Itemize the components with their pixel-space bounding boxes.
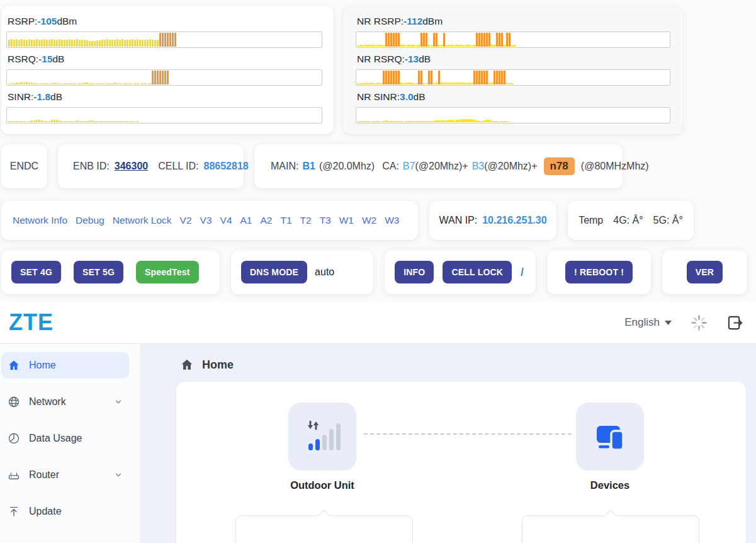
devices-label: Devices	[590, 479, 629, 491]
link-v4[interactable]: V4	[220, 215, 232, 226]
connection-dashed-line	[364, 433, 572, 435]
enb-id-label: ENB ID:	[73, 161, 110, 172]
lte-rsrq-label: RSRQ:-15dB	[8, 54, 322, 65]
ca1-bandwidth: (@20Mhz)+	[415, 161, 468, 171]
cell-lock-status: /	[521, 266, 524, 279]
link-t1[interactable]: T1	[280, 215, 291, 226]
cell-id-value: 88652818	[204, 161, 249, 172]
data-usage-icon	[8, 432, 20, 445]
lte-rsrq-value: -15	[38, 54, 52, 64]
lte-sinr-sparkline	[6, 107, 322, 123]
info-button[interactable]: INFO	[395, 261, 434, 283]
ca2-band: B3	[472, 161, 485, 171]
set-4g-button[interactable]: SET 4G	[11, 261, 61, 283]
chevron-down-icon	[114, 397, 123, 406]
outdoor-unit-tile	[288, 403, 356, 471]
outdoor-unit-tooltip	[235, 515, 413, 543]
version-button[interactable]: VER	[687, 261, 723, 283]
link-v2[interactable]: V2	[180, 215, 192, 226]
link-v3[interactable]: V3	[200, 215, 212, 226]
sidebar-item-label: Data Usage	[29, 433, 82, 444]
sidebar-item-router[interactable]: Router	[1, 462, 129, 488]
link-t3[interactable]: T3	[320, 215, 331, 226]
breadcrumb: Home	[180, 358, 746, 372]
loading-spinner-icon	[691, 314, 708, 331]
wan-ip-label: WAN IP:	[439, 215, 477, 226]
link-debug[interactable]: Debug	[76, 215, 104, 226]
sidebar-item-label: Update	[29, 506, 62, 517]
cell-actions-card: INFO CELL LOCK /	[385, 250, 536, 294]
nr-rsrq-value: -13	[405, 54, 419, 64]
link-network-lock[interactable]: Network Lock	[113, 215, 172, 226]
link-w2[interactable]: W2	[362, 215, 376, 226]
devices-icon	[592, 418, 628, 455]
nr-sinr-value: 3.0	[400, 91, 414, 102]
main-label: MAIN:	[271, 161, 298, 172]
temp-4g-value: 4G: Â°	[613, 215, 643, 226]
speedtest-button[interactable]: SpeedTest	[136, 261, 199, 283]
link-t2[interactable]: T2	[300, 215, 312, 226]
devices-tile	[576, 403, 644, 471]
carrier-aggregation-card: MAIN: B1 (@20.0Mhz) CA: B7(@20Mhz)+ B3(@…	[254, 144, 623, 188]
nr-rsrp-label: NR RSRP:-112dBm	[357, 16, 670, 27]
enb-id-value[interactable]: 346300	[115, 161, 148, 172]
link-w1[interactable]: W1	[339, 215, 354, 226]
nr-rsrq-label: NR RSRQ:-13dB	[357, 54, 670, 65]
sidebar-item-data-usage[interactable]: Data Usage	[1, 425, 129, 452]
page-title: Home	[202, 358, 234, 372]
lte-rsrq-sparkline	[6, 69, 322, 86]
nr-rsrp-sparkline	[356, 31, 670, 48]
temperature-card: Temp 4G: Â° 5G: Â°	[568, 201, 694, 240]
ca-label: CA:	[382, 161, 399, 172]
nr-signal-card: NR RSRP:-112dBm NR RSRQ:-13dB NR SINR:3.…	[343, 6, 683, 134]
link-network-info[interactable]: Network Info	[13, 215, 67, 226]
wan-ip-card: WAN IP: 10.216.251.30	[429, 201, 556, 240]
ca2-bandwidth: (@20Mhz)+	[484, 161, 537, 171]
dns-mode-button[interactable]: DNS MODE	[241, 261, 307, 283]
version-card: VER	[662, 250, 747, 294]
main-bandwidth: (@20.0Mhz)	[319, 161, 375, 172]
signal-bars-icon	[304, 418, 341, 455]
cell-id-label: CELL ID:	[158, 161, 198, 172]
nr-rsrq-sparkline	[356, 69, 670, 86]
sidebar-item-label: Network	[29, 396, 66, 408]
debug-links-card: Network Info Debug Network Lock V2 V3 V4…	[1, 201, 418, 240]
nr-sinr-label: NR SINR:3.0dB	[357, 91, 670, 103]
endc-badge: ENDC	[1, 144, 47, 188]
devices-unit: Devices	[576, 403, 644, 491]
lte-rsrp-sparkline	[6, 31, 322, 48]
ca1-band: B7	[403, 161, 415, 171]
reboot-button[interactable]: ! REBOOT !	[565, 261, 633, 283]
link-a2[interactable]: A2	[260, 215, 272, 226]
set-5g-button[interactable]: SET 5G	[74, 261, 123, 283]
radio-actions-card: SET 4G SET 5G SpeedTest	[1, 250, 220, 294]
chevron-down-icon	[114, 471, 123, 479]
main-area: Home Network Data Usage Router	[0, 344, 756, 543]
wan-ip-value: 10.216.251.30	[482, 215, 546, 226]
globe-icon	[8, 396, 20, 408]
endc-label: ENDC	[10, 161, 38, 172]
language-selector[interactable]: English	[624, 316, 672, 329]
lte-rsrp-label: RSRP:-105dBm	[8, 16, 322, 27]
sidebar-item-network[interactable]: Network	[1, 389, 129, 415]
outdoor-unit-label: Outdoor Unit	[290, 479, 354, 491]
zte-logo: ZTE	[9, 311, 54, 334]
cell-lock-button[interactable]: CELL LOCK	[443, 261, 512, 283]
sidebar-item-update[interactable]: Update	[1, 498, 129, 525]
link-a1[interactable]: A1	[240, 215, 252, 226]
temp-5g-value: 5G: Â°	[653, 215, 683, 226]
sidebar-item-home[interactable]: Home	[1, 352, 129, 379]
devices-tooltip	[522, 515, 699, 543]
nr-band-chip: n78	[544, 157, 575, 175]
content-area: Home Outdoor Unit	[141, 344, 756, 543]
main-band: B1	[302, 161, 315, 172]
link-w3[interactable]: W3	[385, 215, 399, 226]
lte-sinr-value: -1.8	[33, 91, 50, 102]
logout-icon[interactable]	[726, 314, 743, 331]
cell-id-card: ENB ID: 346300 CELL ID: 88652818	[58, 144, 244, 188]
nr-rsrp-value: -112	[403, 16, 422, 26]
caret-down-icon	[665, 321, 672, 325]
home-icon	[180, 358, 194, 372]
home-icon	[8, 359, 20, 372]
lte-signal-card: RSRP:-105dBm RSRQ:-15dB SINR:-1.8dB	[1, 6, 334, 134]
